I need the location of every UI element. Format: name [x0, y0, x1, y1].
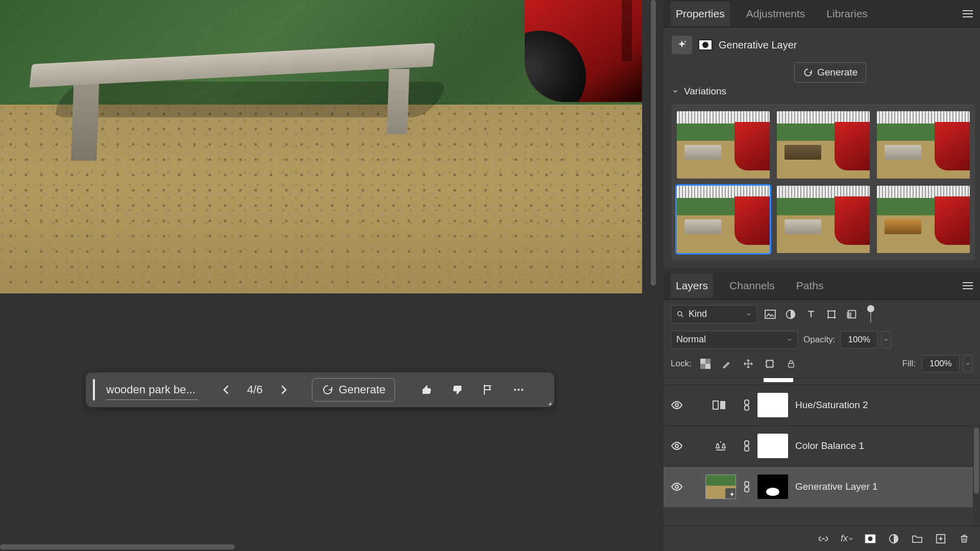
- variations-toggle[interactable]: Variations: [672, 86, 975, 97]
- new-group-button[interactable]: [911, 532, 924, 545]
- link-layers-button[interactable]: [817, 532, 830, 545]
- fill-label[interactable]: Fill:: [902, 359, 916, 369]
- transparency-icon: [700, 359, 710, 369]
- visibility-toggle[interactable]: [671, 481, 683, 493]
- filter-adjustment-layers[interactable]: [783, 307, 798, 322]
- variation-thumb-2[interactable]: [777, 111, 870, 179]
- lock-transparency[interactable]: [698, 356, 713, 371]
- thumbs-up-button[interactable]: [421, 384, 433, 396]
- adjustment-icon: [785, 309, 796, 320]
- properties-panel-menu[interactable]: [963, 10, 973, 17]
- tab-adjustments[interactable]: Adjustments: [741, 2, 811, 26]
- next-variation-button[interactable]: [276, 382, 291, 397]
- link-icon[interactable]: [743, 399, 750, 411]
- tab-libraries[interactable]: Libraries: [821, 2, 873, 26]
- layer-name: Color Balance 1: [795, 440, 864, 452]
- smartobject-icon: [846, 309, 857, 320]
- drag-handle[interactable]: [93, 379, 95, 400]
- variation-thumb-3[interactable]: [877, 111, 970, 179]
- new-layer-button[interactable]: [934, 532, 947, 545]
- opacity-value[interactable]: 100%: [840, 331, 878, 348]
- link-icon[interactable]: [743, 481, 750, 493]
- blend-mode-dropdown[interactable]: Normal: [671, 331, 798, 349]
- vertical-scrollbar[interactable]: [649, 0, 657, 551]
- filter-type-layers[interactable]: [803, 307, 819, 322]
- more-options-button[interactable]: [512, 384, 525, 396]
- partial-layer-above[interactable]: [664, 378, 980, 385]
- svg-rect-23: [745, 406, 749, 410]
- horizontal-scrollbar[interactable]: [0, 543, 642, 551]
- visibility-toggle[interactable]: [671, 399, 683, 411]
- thumbs-up-icon: [421, 384, 433, 396]
- layers-panel-menu[interactable]: [963, 282, 973, 289]
- svg-rect-16: [705, 364, 710, 369]
- lock-all[interactable]: [783, 356, 799, 371]
- adjustment-thumb: [705, 393, 736, 417]
- layer-mask-thumb[interactable]: [757, 434, 788, 458]
- opacity-flyout[interactable]: [881, 331, 891, 348]
- filter-smart-objects[interactable]: [844, 307, 860, 322]
- panel-generate-button[interactable]: Generate: [794, 62, 866, 83]
- generate-icon: [803, 67, 813, 78]
- svg-point-31: [868, 536, 873, 541]
- variation-thumb-6[interactable]: [877, 186, 970, 253]
- filter-shape-layers[interactable]: [824, 307, 839, 322]
- tab-properties[interactable]: Properties: [671, 2, 730, 26]
- tab-layers[interactable]: Layers: [671, 273, 713, 298]
- document-image[interactable]: [0, 0, 642, 293]
- generative-layer-icon: [672, 36, 692, 54]
- report-button[interactable]: [482, 384, 494, 396]
- chevron-down-icon: [849, 537, 853, 541]
- layer-effects-button[interactable]: fx: [840, 532, 853, 545]
- layer-image-thumb[interactable]: [705, 474, 736, 499]
- link-icon[interactable]: [743, 440, 750, 452]
- variation-thumb-4[interactable]: [677, 186, 770, 253]
- sparkle-icon: [725, 488, 736, 499]
- thumbs-down-button[interactable]: [451, 384, 463, 396]
- svg-point-19: [675, 404, 678, 407]
- filter-kind-dropdown[interactable]: Kind: [671, 305, 757, 323]
- filter-pixel-layers[interactable]: [763, 307, 778, 322]
- chevron-left-icon: [220, 384, 232, 396]
- layer-type-label: Generative Layer: [719, 39, 797, 51]
- chevron-down-icon: [672, 88, 679, 95]
- layer-color-balance[interactable]: Color Balance 1: [664, 425, 980, 466]
- visibility-toggle[interactable]: [671, 440, 683, 452]
- taskbar-resize-corner[interactable]: [548, 399, 551, 405]
- fill-flyout[interactable]: [963, 355, 973, 372]
- add-mask-button[interactable]: [864, 532, 877, 545]
- variation-thumb-1[interactable]: [677, 111, 770, 179]
- prompt-input[interactable]: [106, 380, 198, 400]
- svg-rect-28: [745, 482, 749, 486]
- variation-thumb-5[interactable]: [777, 186, 870, 253]
- layer-hue-saturation[interactable]: Hue/Saturation 2: [664, 385, 980, 425]
- shape-icon: [826, 309, 837, 320]
- delete-layer-button[interactable]: [958, 532, 971, 545]
- layers-scrollbar[interactable]: [973, 424, 980, 525]
- svg-rect-18: [788, 363, 794, 367]
- lock-position[interactable]: [741, 356, 756, 371]
- opacity-label[interactable]: Opacity:: [803, 335, 835, 345]
- tab-channels[interactable]: Channels: [724, 273, 780, 298]
- add-adjustment-button[interactable]: [887, 532, 900, 545]
- chevron-down-icon: [965, 361, 971, 367]
- lock-pixels[interactable]: [719, 356, 734, 371]
- thumbs-down-icon: [451, 384, 463, 396]
- properties-panel-body: Generative Layer Generate Variations: [664, 28, 980, 268]
- svg-rect-26: [745, 446, 749, 451]
- svg-rect-13: [847, 312, 851, 318]
- fill-value[interactable]: 100%: [922, 355, 960, 372]
- chevron-down-icon: [883, 337, 889, 343]
- flag-icon: [482, 384, 494, 396]
- layer-generative[interactable]: Generative Layer 1: [664, 466, 980, 507]
- lock-artboard[interactable]: [762, 356, 777, 371]
- svg-point-10: [827, 316, 829, 318]
- previous-variation-button[interactable]: [218, 382, 234, 397]
- search-icon: [676, 310, 684, 318]
- properties-tab-bar: Properties Adjustments Libraries: [664, 0, 980, 28]
- layer-mask-thumb[interactable]: [757, 474, 788, 499]
- filter-toggle[interactable]: [869, 306, 876, 322]
- tab-paths[interactable]: Paths: [791, 273, 829, 298]
- generate-button[interactable]: Generate: [312, 378, 396, 402]
- layer-mask-thumb[interactable]: [757, 393, 788, 417]
